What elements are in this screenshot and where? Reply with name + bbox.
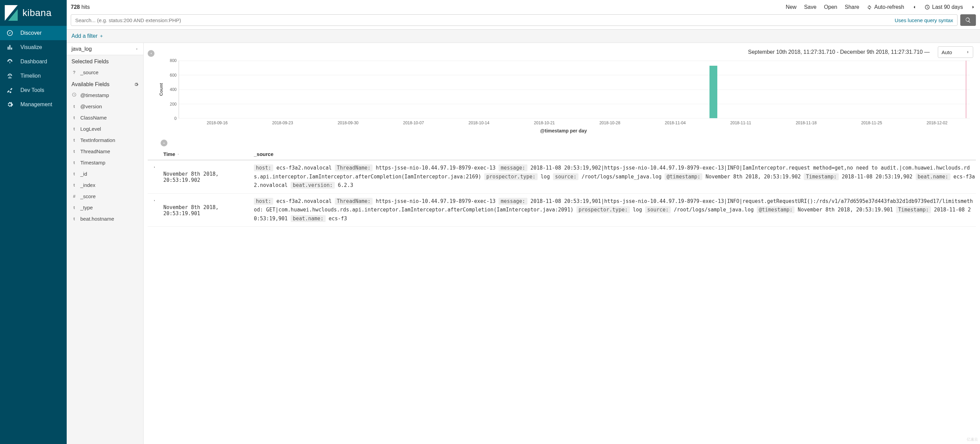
share-button[interactable]: Share: [845, 4, 859, 10]
index-pattern-select[interactable]: java_log: [67, 43, 143, 55]
sidebar-item-timelion[interactable]: Timelion: [0, 69, 67, 83]
field-type-badge: ?: [72, 70, 77, 75]
sidebar-item-label: Dev Tools: [21, 87, 44, 93]
open-button[interactable]: Open: [824, 4, 837, 10]
save-button[interactable]: Save: [804, 4, 816, 10]
field-type-badge: t: [72, 149, 77, 154]
sidebar-item-dashboard[interactable]: Dashboard: [0, 54, 67, 69]
chevron-up-icon: [162, 141, 166, 145]
field-type-badge: t: [72, 104, 77, 109]
time-next-button[interactable]: [970, 5, 976, 10]
x-tick: 2018-09-23: [250, 121, 315, 125]
field-_score[interactable]: #_score: [67, 191, 143, 202]
x-tick: 2018-11-25: [839, 121, 904, 125]
gear-icon[interactable]: [134, 82, 138, 87]
field-_source[interactable]: ?_source: [67, 67, 143, 78]
interval-select[interactable]: Auto: [938, 46, 973, 58]
x-tick: 2018-11-11: [708, 121, 773, 125]
new-button[interactable]: New: [786, 4, 797, 10]
x-tick: 2018-10-14: [446, 121, 511, 125]
field-@version[interactable]: t@version: [67, 101, 143, 112]
field-LogLevel[interactable]: tLogLevel: [67, 123, 143, 134]
table-row: November 8th 2018, 20:53:19.901host: ecs…: [148, 194, 976, 227]
field-key: ThreadName:: [335, 198, 372, 204]
selected-fields-header: Selected Fields: [67, 55, 143, 67]
expand-row-button[interactable]: [148, 164, 161, 190]
sidebar: kibana DiscoverVisualizeDashboardTimelio…: [0, 0, 67, 444]
field-_type[interactable]: t_type: [67, 202, 143, 213]
lucene-hint-link[interactable]: Uses lucene query syntax: [894, 18, 953, 23]
field-name: ClassName: [80, 115, 107, 121]
field-key: host:: [254, 165, 273, 171]
logo[interactable]: kibana: [0, 0, 67, 26]
x-tick: 2018-10-21: [512, 121, 577, 125]
clock-icon: [72, 92, 77, 98]
field-key: Timestamp:: [804, 173, 838, 180]
timepicker-button[interactable]: Last 90 days: [924, 4, 963, 10]
field-TextInformation[interactable]: tTextInformation: [67, 134, 143, 146]
discover-icon: [6, 29, 14, 37]
field-ClassName[interactable]: tClassName: [67, 112, 143, 123]
document-table: Time _source November 8th 2018, 20:53:19…: [143, 135, 980, 227]
column-header-source[interactable]: _source: [254, 151, 976, 157]
chevron-right-icon: [970, 5, 976, 10]
add-filter-button[interactable]: Add a filter: [72, 33, 103, 39]
sidebar-item-discover[interactable]: Discover: [0, 26, 67, 40]
field-type-badge: #: [72, 194, 77, 199]
field-_id[interactable]: t_id: [67, 168, 143, 179]
field-name: beat.hostname: [80, 216, 114, 222]
field-type-badge: t: [72, 137, 77, 143]
field-beat.hostname[interactable]: tbeat.hostname: [67, 213, 143, 224]
management-icon: [6, 101, 14, 108]
sidebar-item-devtools[interactable]: Dev Tools: [0, 83, 67, 97]
histogram-chart[interactable]: Count 0200400600800 2018-09-162018-09-23…: [143, 59, 980, 135]
field-Timestamp[interactable]: tTimestamp: [67, 157, 143, 168]
caret-down-icon: [135, 47, 138, 51]
field-key: prospector.type:: [576, 206, 630, 213]
sidebar-item-label: Management: [21, 101, 52, 108]
field-type-badge: t: [72, 182, 77, 188]
field-name: Timestamp: [80, 160, 105, 166]
field-@timestamp[interactable]: @timestamp: [67, 89, 143, 101]
field-type-badge: t: [72, 171, 77, 176]
field-ThreadName[interactable]: tThreadName: [67, 146, 143, 157]
sidebar-item-visualize[interactable]: Visualize: [0, 40, 67, 54]
nav: DiscoverVisualizeDashboardTimelionDev To…: [0, 26, 67, 112]
time-prev-button[interactable]: [912, 5, 917, 10]
field-type-badge: t: [72, 216, 77, 221]
field-name: @timestamp: [80, 92, 109, 98]
table-row: November 8th 2018, 20:53:19.902host: ecs…: [148, 160, 976, 194]
field-_index[interactable]: t_index: [67, 179, 143, 191]
cell-time: November 8th 2018, 20:53:19.901: [161, 197, 254, 224]
collapse-chart-button[interactable]: [161, 140, 167, 146]
search-input-wrapper: Uses lucene query syntax: [71, 14, 958, 26]
y-tick: 800: [170, 58, 177, 63]
x-tick: 2018-09-30: [315, 121, 381, 125]
field-key: beat.name:: [291, 215, 325, 222]
x-tick: 2018-12-02: [904, 121, 970, 125]
field-name: @version: [80, 104, 102, 109]
y-tick: 200: [170, 102, 177, 107]
brand-name: kibana: [22, 8, 52, 18]
bar[interactable]: [710, 66, 717, 118]
collapse-fields-button[interactable]: [148, 50, 154, 57]
dashboard-icon: [6, 58, 14, 65]
cell-time: November 8th 2018, 20:53:19.902: [161, 164, 254, 190]
field-key: source:: [553, 173, 579, 180]
expand-row-button[interactable]: [148, 197, 161, 224]
field-key: host:: [254, 198, 273, 204]
clock-icon: [924, 5, 930, 10]
search-input[interactable]: [75, 18, 894, 23]
x-tick: 2018-10-07: [381, 121, 446, 125]
chevron-left-icon: [150, 52, 153, 55]
column-header-time[interactable]: Time: [161, 151, 254, 157]
refresh-icon: [867, 5, 872, 10]
watermark: 亿速云: [967, 437, 978, 442]
y-tick: 0: [174, 116, 177, 121]
devtools-icon: [6, 86, 14, 94]
autorefresh-button[interactable]: Auto-refresh: [867, 4, 904, 10]
field-name: _type: [80, 204, 93, 211]
search-button[interactable]: [960, 14, 976, 26]
sidebar-item-management[interactable]: Management: [0, 97, 67, 112]
field-key: source:: [645, 206, 671, 213]
